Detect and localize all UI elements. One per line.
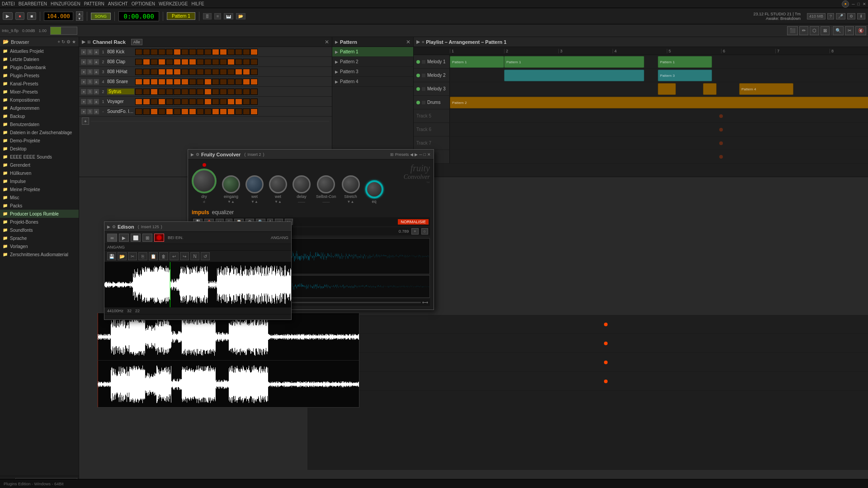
- tab-impuls[interactable]: impuls: [192, 209, 209, 216]
- channel-rack-collapse[interactable]: ▶: [82, 39, 85, 45]
- pad-3-2[interactable]: [151, 79, 158, 85]
- pad-1-4[interactable]: [166, 59, 173, 65]
- track-content-empty-6[interactable]: [450, 136, 868, 150]
- track-block-0-0[interactable]: Pattern 1: [450, 56, 504, 68]
- pad-3-9[interactable]: [204, 79, 212, 85]
- ch-solo-5[interactable]: S: [87, 99, 93, 104]
- pad-1-9[interactable]: [204, 59, 212, 65]
- edison-play[interactable]: ▶: [119, 234, 129, 242]
- pattern-item-2[interactable]: ▶Pattern 3: [332, 67, 413, 77]
- btn-piano-roll[interactable]: 🎹: [224, 13, 233, 19]
- ch-name-1[interactable]: 808 Clap: [107, 59, 134, 64]
- pad-0-3[interactable]: [158, 49, 165, 55]
- track-block-2-1[interactable]: [703, 83, 717, 95]
- pad-5-6[interactable]: [181, 99, 189, 105]
- track-green-dot-3[interactable]: [416, 101, 420, 104]
- sidebar-item-12[interactable]: 📁Desktop: [0, 145, 79, 153]
- track-solo-2[interactable]: [422, 87, 425, 91]
- pad-6-14[interactable]: [243, 108, 250, 115]
- pad-4-15[interactable]: [250, 89, 258, 95]
- channel-filter[interactable]: Alle: [131, 39, 142, 45]
- sidebar-item-11[interactable]: 📁Demo-Projekte: [0, 136, 79, 145]
- pad-6-9[interactable]: [204, 108, 212, 115]
- ed-loop[interactable]: ↺: [201, 252, 210, 260]
- sidebar-item-7[interactable]: 📁Aufgenommen: [0, 104, 79, 112]
- pad-5-3[interactable]: [158, 99, 165, 105]
- pad-3-3[interactable]: [158, 79, 165, 85]
- pad-6-12[interactable]: [227, 108, 235, 115]
- ch-up-5[interactable]: ▲: [94, 99, 99, 104]
- edison-header[interactable]: ▶ ⚙ Edison ( Insert 125 ): [104, 222, 291, 232]
- pad-6-15[interactable]: [250, 108, 258, 115]
- track-block-0-1[interactable]: Pattern 1: [504, 56, 644, 68]
- pad-0-2[interactable]: [151, 49, 158, 55]
- pad-4-2[interactable]: [151, 89, 158, 95]
- pad-5-11[interactable]: [220, 99, 227, 105]
- sidebar-item-17[interactable]: 📁Meine Projekte: [0, 185, 79, 193]
- pad-1-0[interactable]: [135, 59, 142, 65]
- sidebar-item-2[interactable]: 📁Plugin-Datenbank: [0, 63, 79, 71]
- playlist-collapse[interactable]: ▶: [416, 39, 420, 45]
- menu-werkzeuge[interactable]: WERKZEUGE: [159, 1, 188, 6]
- menu-datei[interactable]: DATEI: [2, 1, 15, 6]
- ed-delete[interactable]: 🗑: [159, 252, 168, 260]
- pad-2-15[interactable]: [250, 69, 258, 75]
- pad-1-7[interactable]: [189, 59, 196, 65]
- sidebar-item-24[interactable]: 📁Vorlagen: [0, 242, 79, 250]
- ch-up-6[interactable]: ▲: [94, 109, 99, 114]
- tool-zoom[interactable]: 🔍: [833, 26, 844, 35]
- pad-0-13[interactable]: [235, 49, 242, 55]
- sidebar-item-23[interactable]: 📁Sprache: [0, 234, 79, 242]
- track-content-0[interactable]: Pattern 1Pattern 1Pattern 1: [450, 55, 868, 68]
- tool-erase[interactable]: ⊠: [821, 26, 830, 35]
- pad-5-13[interactable]: [235, 99, 242, 105]
- sidebar-add[interactable]: +: [57, 39, 60, 44]
- pad-3-1[interactable]: [143, 79, 150, 85]
- pad-3-4[interactable]: [166, 79, 173, 85]
- pad-1-14[interactable]: [243, 59, 250, 65]
- menu-optionen[interactable]: OPTIONEN: [132, 1, 155, 6]
- pad-4-14[interactable]: [243, 89, 250, 95]
- ch-name-5[interactable]: Voyager: [107, 99, 134, 104]
- tool-mute[interactable]: 🔇: [855, 26, 866, 35]
- knob-wet1-control[interactable]: [245, 175, 264, 193]
- sidebar-item-6[interactable]: 📁Kompositionen: [0, 96, 79, 104]
- ch-solo-6[interactable]: S: [87, 109, 93, 114]
- ch-mute-5[interactable]: ●: [81, 99, 86, 104]
- ch-mute-6[interactable]: ●: [81, 109, 86, 114]
- convolver-header[interactable]: ▶ ⚙ Fruity Convolver ( Insert 2 ) ⊞ Pres…: [188, 150, 434, 160]
- pad-6-13[interactable]: [235, 108, 242, 115]
- btn-playlist[interactable]: ≡: [214, 13, 221, 19]
- track-content-empty-5[interactable]: [450, 123, 868, 136]
- pad-2-10[interactable]: [212, 69, 219, 75]
- ch-solo-3[interactable]: S: [87, 79, 93, 84]
- bpm-down[interactable]: ▼: [76, 16, 83, 21]
- mic-btn[interactable]: 🎤: [836, 13, 845, 19]
- ch-name-3[interactable]: 808 Snare: [107, 79, 134, 84]
- pad-6-6[interactable]: [181, 108, 189, 115]
- pad-3-8[interactable]: [197, 79, 204, 85]
- track-solo-0[interactable]: [422, 60, 425, 64]
- menu-hinzufuegen[interactable]: HINZUFÜGEN: [51, 1, 80, 6]
- sidebar-item-19[interactable]: 📁Packs: [0, 202, 79, 210]
- menu-ansicht[interactable]: ANSICHT: [108, 1, 128, 6]
- pad-6-2[interactable]: [151, 108, 158, 115]
- ch-mute-4[interactable]: ●: [81, 89, 86, 94]
- presets-label[interactable]: Presets: [395, 152, 409, 157]
- ch-solo-2[interactable]: S: [87, 69, 93, 75]
- sidebar-item-4[interactable]: 📁Kanal-Presets: [0, 80, 79, 88]
- pad-6-0[interactable]: [135, 108, 142, 115]
- pad-2-11[interactable]: [220, 69, 227, 75]
- pad-3-10[interactable]: [212, 79, 219, 85]
- pad-5-14[interactable]: [243, 99, 250, 105]
- pad-4-1[interactable]: [143, 89, 150, 95]
- pad-2-13[interactable]: [235, 69, 242, 75]
- pad-0-10[interactable]: [212, 49, 219, 55]
- track-block-2-0[interactable]: [658, 83, 676, 95]
- track-green-dot-1[interactable]: [416, 74, 420, 77]
- ed-copy[interactable]: ⎘: [138, 252, 147, 260]
- tool-cut[interactable]: ✂: [845, 26, 854, 35]
- pad-0-5[interactable]: [174, 49, 181, 55]
- pad-4-4[interactable]: [166, 89, 173, 95]
- track-content-1[interactable]: Pattern 3: [450, 69, 868, 82]
